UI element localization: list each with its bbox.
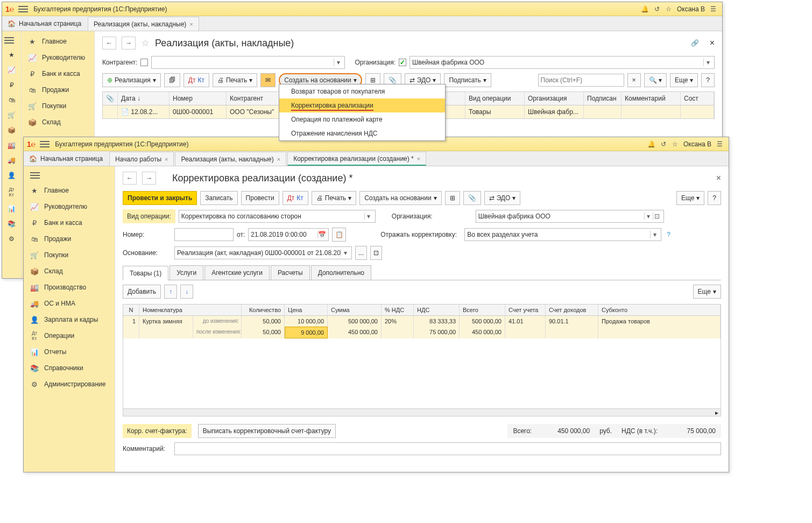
more-button[interactable]: Еще ▾ <box>676 191 704 205</box>
tab-home[interactable]: 🏠 Начальная страница <box>2 17 87 31</box>
col-state[interactable]: Сост <box>681 92 714 105</box>
forward-button[interactable]: → <box>142 172 156 185</box>
bell-icon[interactable]: 🔔 <box>646 139 657 150</box>
nav-manager[interactable]: 📈Руководителю <box>24 199 115 215</box>
more-button[interactable]: Еще ▾ <box>670 73 698 87</box>
close-icon[interactable]: × <box>710 38 715 48</box>
tab-services[interactable]: Услуги <box>170 265 203 280</box>
back-button[interactable]: ← <box>123 172 137 185</box>
tab-realization[interactable]: Реализация (акты, накладные)× <box>175 152 286 166</box>
nav-main[interactable]: ★Главное <box>24 182 115 199</box>
mail-button[interactable]: ✉ <box>260 73 276 87</box>
menu-card-op[interactable]: Операция по платежной карте <box>279 112 445 126</box>
calendar-button[interactable]: 📋 <box>332 228 346 242</box>
contragent-input[interactable]: ▾ <box>151 56 345 69</box>
close-icon[interactable]: × <box>165 156 168 162</box>
history-icon[interactable]: ↺ <box>652 4 662 15</box>
mini-stats-icon[interactable]: 📊 <box>2 201 21 216</box>
mini-box-icon[interactable]: 📦 <box>2 123 21 138</box>
mini-menu-icon[interactable] <box>2 33 21 47</box>
tab-calc[interactable]: Расчеты <box>271 265 310 280</box>
move-down-button[interactable]: ↓ <box>180 285 193 299</box>
structure-button[interactable]: ⊞ <box>445 191 460 205</box>
user-menu-icon[interactable]: ☰ <box>714 139 725 150</box>
col-org[interactable]: Организация <box>525 92 584 105</box>
tab-realization[interactable]: Реализация (акты, накладные)× <box>88 17 199 31</box>
dtk-button[interactable]: ДтКт <box>283 191 308 205</box>
move-up-button[interactable]: ↑ <box>164 285 177 299</box>
tab-start[interactable]: Начало работы× <box>109 152 174 166</box>
col-date[interactable]: Дата ↓ <box>118 92 170 105</box>
contragent-checkbox[interactable] <box>140 59 148 66</box>
star-icon[interactable]: ☆ <box>670 139 681 150</box>
tab-home[interactable]: 🏠 Начальная страница <box>24 152 108 166</box>
th-vat[interactable]: НДС <box>414 305 460 315</box>
tab-goods[interactable]: Товары (1) <box>123 266 168 280</box>
bell-icon[interactable]: 🔔 <box>640 4 651 15</box>
nav-burger[interactable] <box>24 168 115 182</box>
tab-agent[interactable]: Агентские услуги <box>204 265 270 280</box>
create-button[interactable]: ⊕Реализация▾ <box>102 73 161 87</box>
sf-button[interactable]: Выписать корректировочный счет-фактуру <box>198 424 336 438</box>
user-menu-icon[interactable]: ☰ <box>708 4 718 15</box>
create-based-on-button[interactable]: Создать на основании ▾ <box>359 191 442 205</box>
dtk-button[interactable]: ДтКт <box>183 73 209 87</box>
tab-more[interactable]: Дополнительно <box>311 265 371 280</box>
th-acc[interactable]: Счет учета <box>505 305 546 315</box>
edo-button[interactable]: ⇄ ЭДО ▾ <box>484 191 521 205</box>
print-button[interactable]: 🖨 Печать ▾ <box>213 73 257 87</box>
save-button[interactable]: Записать <box>200 191 237 205</box>
close-icon[interactable]: × <box>189 21 193 27</box>
nav-bank[interactable]: ₽Банк и касса <box>24 215 115 231</box>
nav-sales[interactable]: 🛍Продажи <box>24 231 115 247</box>
mini-cart-icon[interactable]: 🛍 <box>2 93 21 108</box>
mini-person-icon[interactable]: 👤 <box>2 168 21 183</box>
price-edit-cell[interactable]: 9 000,00 <box>285 327 328 338</box>
col-attach[interactable]: 📎 <box>103 92 118 105</box>
mini-star-icon[interactable]: ★ <box>2 47 21 62</box>
post-close-button[interactable]: Провести и закрыть <box>123 191 197 205</box>
reflect-input[interactable]: Во всех разделах учета▾ <box>464 228 661 241</box>
attach-button[interactable]: 📎 <box>463 191 481 205</box>
th-inc[interactable]: Счет доходов <box>546 305 598 315</box>
th-price[interactable]: Цена <box>285 305 328 315</box>
nav-bank[interactable]: ₽Банк и касса <box>22 66 94 82</box>
table-more-button[interactable]: Еще ▾ <box>693 285 721 299</box>
add-row-button[interactable]: Добавить <box>123 285 161 299</box>
nav-reports[interactable]: 📊Отчеты <box>24 344 115 360</box>
nav-purchases[interactable]: 🛒Покупки <box>24 247 115 263</box>
th-vatp[interactable]: % НДС <box>382 305 414 315</box>
copy-button[interactable]: 🗐 <box>164 73 180 87</box>
history-icon[interactable]: ↺ <box>658 139 669 150</box>
col-signed[interactable]: Подписан <box>584 92 622 105</box>
star-icon[interactable]: ☆ <box>663 4 674 15</box>
find-button[interactable]: 🔍 ▾ <box>644 73 667 87</box>
table-row-before[interactable]: 1 Куртка зимняя до изменения: 50,000 10 … <box>123 316 721 327</box>
th-sum[interactable]: Сумма <box>328 305 382 315</box>
th-qty[interactable]: Количество <box>242 305 285 315</box>
menu-vat[interactable]: Отражение начисления НДС <box>279 126 445 140</box>
comment-input[interactable] <box>174 442 721 455</box>
base-more-button[interactable]: ... <box>355 246 367 260</box>
search-input[interactable] <box>538 74 624 87</box>
th-total[interactable]: Всего <box>460 305 505 315</box>
tab-correction[interactable]: Корректировка реализации (создание) *× <box>287 152 426 166</box>
link-icon[interactable]: 🔗 <box>691 39 699 47</box>
mini-basket-icon[interactable]: 🛒 <box>2 108 21 123</box>
num-input[interactable] <box>174 228 234 241</box>
nav-refs[interactable]: 📚Справочники <box>24 360 115 376</box>
org-input[interactable]: Швейная фабрика ООО▾ <box>409 56 715 69</box>
nav-operations[interactable]: ДтКтОперации <box>24 328 115 344</box>
forward-button[interactable]: → <box>122 37 136 50</box>
table-row-after[interactable]: после изменения: 50,000 9 000,00 450 000… <box>123 327 721 338</box>
nav-warehouse[interactable]: 📦Склад <box>22 114 94 130</box>
nav-sales[interactable]: 🛍Продажи <box>22 82 94 98</box>
org-input[interactable]: Швейная фабрика ООО▾⊡ <box>476 210 664 223</box>
th-sub[interactable]: Субконто <box>598 305 721 315</box>
nav-assets[interactable]: 🚚ОС и НМА <box>24 295 115 312</box>
close-icon[interactable]: × <box>277 156 280 162</box>
mini-ruble-icon[interactable]: ₽ <box>2 77 21 93</box>
nav-production[interactable]: 🏭Производство <box>24 279 115 295</box>
col-optype[interactable]: Вид операции <box>465 92 525 105</box>
th-nom[interactable]: Номенклатура <box>139 305 242 315</box>
